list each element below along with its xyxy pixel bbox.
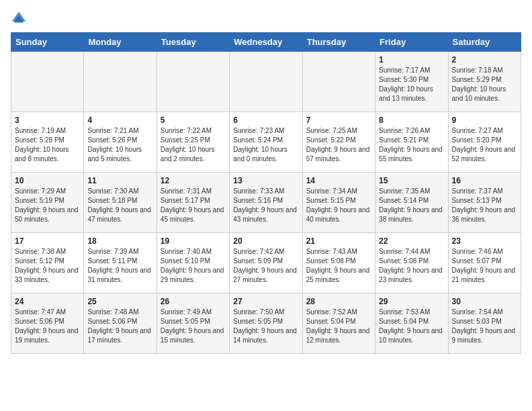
day-info: Sunrise: 7:52 AM Sunset: 5:04 PM Dayligh… bbox=[306, 308, 371, 345]
day-info: Sunrise: 7:18 AM Sunset: 5:29 PM Dayligh… bbox=[452, 66, 517, 103]
day-info: Sunrise: 7:39 AM Sunset: 5:11 PM Dayligh… bbox=[87, 247, 152, 285]
calendar-cell bbox=[84, 52, 157, 112]
calendar-cell bbox=[302, 52, 375, 112]
day-number: 19 bbox=[161, 236, 226, 246]
day-info: Sunrise: 7:29 AM Sunset: 5:19 PM Dayligh… bbox=[15, 187, 80, 224]
calendar-cell: 22Sunrise: 7:44 AM Sunset: 5:08 PM Dayli… bbox=[375, 233, 448, 293]
page-header bbox=[11, 11, 521, 27]
day-info: Sunrise: 7:46 AM Sunset: 5:07 PM Dayligh… bbox=[452, 247, 517, 285]
calendar-cell: 3Sunrise: 7:19 AM Sunset: 5:28 PM Daylig… bbox=[11, 112, 84, 173]
day-number: 16 bbox=[452, 176, 517, 185]
calendar-cell: 28Sunrise: 7:52 AM Sunset: 5:04 PM Dayli… bbox=[302, 293, 375, 354]
day-number: 2 bbox=[452, 55, 517, 64]
day-number: 27 bbox=[233, 297, 298, 306]
calendar-cell bbox=[11, 52, 84, 112]
day-info: Sunrise: 7:27 AM Sunset: 5:20 PM Dayligh… bbox=[452, 126, 517, 164]
day-info: Sunrise: 7:35 AM Sunset: 5:14 PM Dayligh… bbox=[379, 187, 444, 224]
day-info: Sunrise: 7:30 AM Sunset: 5:18 PM Dayligh… bbox=[87, 187, 152, 224]
day-info: Sunrise: 7:42 AM Sunset: 5:09 PM Dayligh… bbox=[233, 247, 298, 285]
calendar-cell: 5Sunrise: 7:22 AM Sunset: 5:25 PM Daylig… bbox=[157, 112, 229, 173]
day-number: 15 bbox=[379, 176, 444, 185]
calendar-cell: 21Sunrise: 7:43 AM Sunset: 5:08 PM Dayli… bbox=[302, 233, 375, 293]
calendar-cell: 4Sunrise: 7:21 AM Sunset: 5:26 PM Daylig… bbox=[84, 112, 157, 173]
weekday-header-thursday: Thursday bbox=[302, 33, 375, 52]
calendar-cell: 17Sunrise: 7:38 AM Sunset: 5:12 PM Dayli… bbox=[11, 233, 84, 293]
calendar-cell: 7Sunrise: 7:25 AM Sunset: 5:22 PM Daylig… bbox=[302, 112, 375, 173]
calendar-cell: 12Sunrise: 7:31 AM Sunset: 5:17 PM Dayli… bbox=[157, 173, 229, 233]
day-info: Sunrise: 7:38 AM Sunset: 5:12 PM Dayligh… bbox=[15, 247, 80, 285]
calendar-cell: 14Sunrise: 7:34 AM Sunset: 5:15 PM Dayli… bbox=[302, 173, 375, 233]
day-number: 5 bbox=[161, 116, 226, 125]
calendar-cell: 24Sunrise: 7:47 AM Sunset: 5:06 PM Dayli… bbox=[11, 293, 84, 354]
weekday-header-sunday: Sunday bbox=[11, 33, 84, 52]
logo-icon bbox=[11, 11, 27, 27]
day-info: Sunrise: 7:25 AM Sunset: 5:22 PM Dayligh… bbox=[306, 126, 371, 164]
calendar-table: SundayMondayTuesdayWednesdayThursdayFrid… bbox=[11, 32, 521, 354]
weekday-header-friday: Friday bbox=[375, 33, 448, 52]
day-number: 13 bbox=[233, 176, 298, 185]
day-info: Sunrise: 7:23 AM Sunset: 5:24 PM Dayligh… bbox=[233, 126, 298, 164]
day-info: Sunrise: 7:34 AM Sunset: 5:15 PM Dayligh… bbox=[306, 187, 371, 224]
day-number: 30 bbox=[452, 297, 517, 306]
day-number: 6 bbox=[233, 116, 298, 125]
calendar-cell: 19Sunrise: 7:40 AM Sunset: 5:10 PM Dayli… bbox=[157, 233, 229, 293]
calendar-cell: 29Sunrise: 7:53 AM Sunset: 5:04 PM Dayli… bbox=[375, 293, 448, 354]
day-number: 23 bbox=[452, 236, 517, 246]
calendar-cell: 26Sunrise: 7:49 AM Sunset: 5:05 PM Dayli… bbox=[157, 293, 229, 354]
day-number: 21 bbox=[306, 236, 371, 246]
calendar-cell: 16Sunrise: 7:37 AM Sunset: 5:13 PM Dayli… bbox=[448, 173, 521, 233]
calendar-cell bbox=[230, 52, 302, 112]
day-number: 17 bbox=[15, 236, 80, 246]
day-info: Sunrise: 7:50 AM Sunset: 5:05 PM Dayligh… bbox=[233, 308, 298, 345]
calendar-cell: 27Sunrise: 7:50 AM Sunset: 5:05 PM Dayli… bbox=[230, 293, 302, 354]
day-number: 7 bbox=[306, 116, 371, 125]
day-info: Sunrise: 7:48 AM Sunset: 5:06 PM Dayligh… bbox=[87, 308, 152, 345]
calendar-cell: 8Sunrise: 7:26 AM Sunset: 5:21 PM Daylig… bbox=[375, 112, 448, 173]
day-info: Sunrise: 7:49 AM Sunset: 5:05 PM Dayligh… bbox=[161, 308, 226, 345]
weekday-header-monday: Monday bbox=[84, 33, 157, 52]
calendar-cell: 2Sunrise: 7:18 AM Sunset: 5:29 PM Daylig… bbox=[448, 52, 521, 112]
calendar-cell: 25Sunrise: 7:48 AM Sunset: 5:06 PM Dayli… bbox=[84, 293, 157, 354]
calendar-cell bbox=[157, 52, 229, 112]
day-number: 18 bbox=[87, 236, 152, 246]
day-info: Sunrise: 7:40 AM Sunset: 5:10 PM Dayligh… bbox=[161, 247, 226, 285]
day-number: 26 bbox=[161, 297, 226, 306]
day-info: Sunrise: 7:47 AM Sunset: 5:06 PM Dayligh… bbox=[15, 308, 80, 345]
day-number: 12 bbox=[161, 176, 226, 185]
day-number: 20 bbox=[233, 236, 298, 246]
calendar-cell: 1Sunrise: 7:17 AM Sunset: 5:30 PM Daylig… bbox=[375, 52, 448, 112]
day-info: Sunrise: 7:17 AM Sunset: 5:30 PM Dayligh… bbox=[379, 66, 444, 103]
calendar-cell: 23Sunrise: 7:46 AM Sunset: 5:07 PM Dayli… bbox=[448, 233, 521, 293]
calendar-cell: 15Sunrise: 7:35 AM Sunset: 5:14 PM Dayli… bbox=[375, 173, 448, 233]
calendar-cell: 30Sunrise: 7:54 AM Sunset: 5:03 PM Dayli… bbox=[448, 293, 521, 354]
day-number: 29 bbox=[379, 297, 444, 306]
weekday-header-wednesday: Wednesday bbox=[230, 33, 302, 52]
day-info: Sunrise: 7:54 AM Sunset: 5:03 PM Dayligh… bbox=[452, 308, 517, 345]
day-info: Sunrise: 7:31 AM Sunset: 5:17 PM Dayligh… bbox=[161, 187, 226, 224]
day-info: Sunrise: 7:26 AM Sunset: 5:21 PM Dayligh… bbox=[379, 126, 444, 164]
day-number: 4 bbox=[87, 116, 152, 125]
day-info: Sunrise: 7:43 AM Sunset: 5:08 PM Dayligh… bbox=[306, 247, 371, 285]
day-number: 8 bbox=[379, 116, 444, 125]
day-number: 22 bbox=[379, 236, 444, 246]
day-info: Sunrise: 7:19 AM Sunset: 5:28 PM Dayligh… bbox=[15, 126, 80, 164]
day-number: 24 bbox=[15, 297, 80, 306]
weekday-header-saturday: Saturday bbox=[448, 33, 521, 52]
calendar-cell: 6Sunrise: 7:23 AM Sunset: 5:24 PM Daylig… bbox=[230, 112, 302, 173]
day-number: 3 bbox=[15, 116, 80, 125]
calendar-cell: 10Sunrise: 7:29 AM Sunset: 5:19 PM Dayli… bbox=[11, 173, 84, 233]
calendar-cell: 18Sunrise: 7:39 AM Sunset: 5:11 PM Dayli… bbox=[84, 233, 157, 293]
day-number: 9 bbox=[452, 116, 517, 125]
day-info: Sunrise: 7:33 AM Sunset: 5:16 PM Dayligh… bbox=[233, 187, 298, 224]
weekday-header-tuesday: Tuesday bbox=[157, 33, 229, 52]
day-number: 11 bbox=[87, 176, 152, 185]
day-number: 10 bbox=[15, 176, 80, 185]
day-number: 14 bbox=[306, 176, 371, 185]
calendar-cell: 13Sunrise: 7:33 AM Sunset: 5:16 PM Dayli… bbox=[230, 173, 302, 233]
calendar-cell: 11Sunrise: 7:30 AM Sunset: 5:18 PM Dayli… bbox=[84, 173, 157, 233]
day-number: 1 bbox=[379, 55, 444, 64]
day-info: Sunrise: 7:22 AM Sunset: 5:25 PM Dayligh… bbox=[161, 126, 226, 164]
day-info: Sunrise: 7:44 AM Sunset: 5:08 PM Dayligh… bbox=[379, 247, 444, 285]
calendar-cell: 20Sunrise: 7:42 AM Sunset: 5:09 PM Dayli… bbox=[230, 233, 302, 293]
calendar-cell: 9Sunrise: 7:27 AM Sunset: 5:20 PM Daylig… bbox=[448, 112, 521, 173]
